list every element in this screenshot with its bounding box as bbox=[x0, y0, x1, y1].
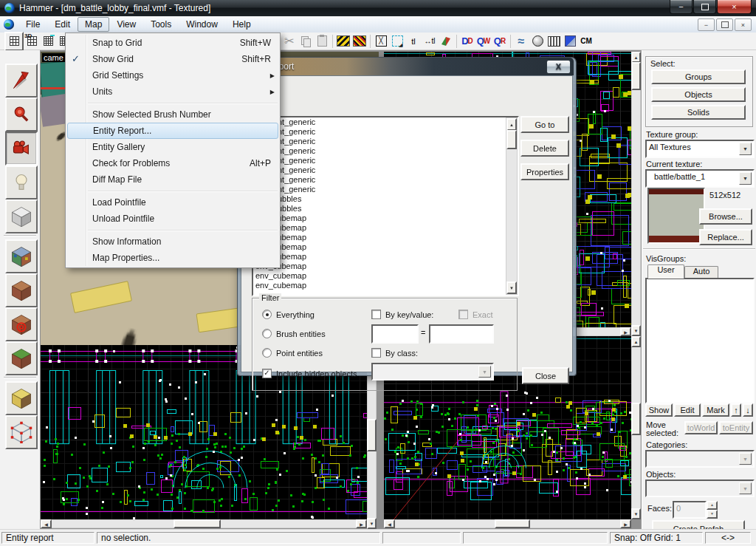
toggle-qr-icon[interactable]: QR bbox=[492, 33, 508, 50]
sphere-icon[interactable] bbox=[529, 33, 546, 50]
visgroups-list[interactable] bbox=[645, 278, 755, 403]
class-combo[interactable]: ▼ bbox=[371, 363, 494, 381]
checkbox-include-hidden[interactable]: ✓Include hidden objects bbox=[262, 369, 357, 378]
show-hidden-icon[interactable] bbox=[351, 33, 368, 50]
radio-point-entities[interactable]: Point entities bbox=[262, 348, 323, 358]
camera-tool-button[interactable] bbox=[5, 132, 38, 165]
stepper-down-icon[interactable]: ▼ bbox=[707, 510, 718, 519]
scroll-thumb[interactable] bbox=[173, 519, 221, 528]
entity-list-item[interactable]: env_bubbles bbox=[253, 194, 518, 204]
scroll-down-arrow[interactable]: ▼ bbox=[631, 508, 641, 519]
checkbox-by-class[interactable]: ✓By class: bbox=[371, 348, 418, 358]
move-up-button[interactable]: ↑ bbox=[731, 403, 741, 417]
entity-list-item[interactable]: env_cubemap bbox=[253, 233, 518, 242]
menu-item-unload-pointfile[interactable]: Unload Pointfile bbox=[66, 211, 280, 227]
visgroup-edit-button[interactable]: Edit bbox=[674, 403, 701, 417]
stepper-up-icon[interactable]: ▲ bbox=[707, 501, 718, 510]
checkbox-by-keyvalue[interactable]: ✓By key/value: bbox=[371, 310, 433, 319]
hide-selected-icon[interactable] bbox=[335, 33, 351, 50]
tab-auto[interactable]: Auto bbox=[684, 266, 718, 279]
browse-button[interactable]: Browse... bbox=[699, 208, 752, 225]
texture-scale-lock-icon[interactable]: ↔tl bbox=[422, 33, 438, 50]
apply-decals-tool-button[interactable] bbox=[5, 307, 38, 341]
entity-list-item[interactable]: env_cubemap bbox=[253, 281, 518, 290]
scroll-left-arrow[interactable]: ◀ bbox=[41, 519, 52, 528]
menu-item-entity-report[interactable]: Entity Report... bbox=[67, 123, 278, 139]
faces-stepper[interactable]: ▲ ▼ bbox=[707, 501, 718, 516]
texture-group-combo[interactable]: All Textures ▼ bbox=[645, 140, 755, 158]
close-dialog-button[interactable]: Close bbox=[522, 367, 569, 384]
toggle-3d-grid-icon[interactable]: 3D bbox=[24, 33, 40, 50]
entity-list-item[interactable]: env_cubemap bbox=[253, 271, 518, 281]
entity-list-item[interactable]: ambient_generic bbox=[253, 165, 518, 175]
entity-list-item[interactable]: ambient_generic bbox=[253, 156, 518, 165]
menu-item-show-information[interactable]: Show Information bbox=[66, 233, 280, 250]
block-tool-button[interactable] bbox=[5, 199, 38, 233]
apply-texture-tool-button[interactable] bbox=[5, 273, 38, 307]
entity-list-item[interactable]: ambient_generic bbox=[253, 137, 518, 146]
entity-list-item[interactable]: ambient_generic bbox=[253, 146, 518, 156]
categories-combo[interactable]: ▼ bbox=[645, 450, 755, 468]
radio-everything[interactable]: Everything bbox=[262, 310, 315, 319]
toentity-button[interactable]: toEntity bbox=[719, 421, 753, 434]
replace-button[interactable]: Replace... bbox=[699, 229, 752, 245]
visgroup-mark-button[interactable]: Mark bbox=[702, 403, 729, 417]
minimize-button[interactable]: − bbox=[670, 0, 693, 14]
sculpt-icon[interactable]: ≈ bbox=[513, 33, 529, 50]
toggle-dd-icon[interactable]: DD bbox=[459, 33, 475, 50]
entity-list[interactable]: ambient_generic ambient_generic ambient_… bbox=[252, 116, 519, 296]
auto-select-icon[interactable] bbox=[389, 33, 405, 50]
close-button[interactable]: × bbox=[717, 0, 752, 14]
scrollbar-vertical-top-right[interactable]: ▲ ▼ bbox=[631, 52, 641, 336]
entity-list-scrollbar[interactable]: ▲ ▼ bbox=[506, 117, 518, 295]
select-box-icon[interactable]: ╳ bbox=[373, 33, 389, 50]
delete-button[interactable]: Delete bbox=[520, 140, 569, 157]
menu-item-diff-map-file[interactable]: Diff Map File bbox=[66, 171, 280, 188]
blend-icon[interactable] bbox=[562, 33, 578, 50]
scrollbar-horizontal-bottom-left[interactable]: ◀ ▶ bbox=[41, 519, 367, 528]
toggle-qw-icon[interactable]: QW bbox=[475, 33, 492, 50]
entity-list-item[interactable]: env_cubemap bbox=[253, 252, 518, 262]
visgroup-show-button[interactable]: Show bbox=[645, 403, 673, 417]
scroll-down-arrow[interactable]: ▼ bbox=[631, 325, 641, 336]
cm-icon[interactable]: CM bbox=[578, 33, 594, 50]
combo-arrow-icon[interactable]: ▼ bbox=[739, 172, 752, 185]
checkbox-exact[interactable]: ✓Exact bbox=[458, 310, 493, 319]
texture-application-tool-button[interactable] bbox=[5, 239, 38, 273]
menu-item-load-pointfile[interactable]: Load Pointfile bbox=[66, 194, 280, 211]
cut-icon[interactable]: ✂ bbox=[281, 33, 298, 50]
scroll-thumb[interactable] bbox=[506, 130, 517, 149]
tab-user[interactable]: User bbox=[647, 265, 684, 279]
vertex-tool-button[interactable] bbox=[5, 415, 38, 449]
selection-tool-button[interactable] bbox=[5, 64, 38, 98]
menu-item-check-for-problems[interactable]: Check for ProblemsAlt+P bbox=[66, 155, 280, 171]
radio-brush-entities[interactable]: Brush entities bbox=[262, 329, 326, 338]
scroll-thumb[interactable] bbox=[495, 519, 530, 528]
combo-arrow-icon[interactable]: ▼ bbox=[739, 143, 752, 155]
paste-icon[interactable] bbox=[314, 33, 330, 50]
entity-list-item[interactable]: ambient_generic bbox=[253, 127, 518, 137]
copy-icon[interactable] bbox=[298, 33, 314, 50]
properties-button[interactable]: Properties bbox=[520, 163, 569, 180]
menu-view[interactable]: View bbox=[109, 17, 143, 32]
scroll-up-arrow[interactable]: ▲ bbox=[506, 118, 517, 131]
menu-tools[interactable]: Tools bbox=[143, 17, 179, 32]
entity-list-item[interactable]: ambient_generic bbox=[253, 117, 518, 127]
restore-button[interactable] bbox=[693, 0, 716, 14]
current-texture-combo[interactable]: battle/battle_1 ▼ bbox=[645, 169, 755, 188]
menu-item-entity-gallery[interactable]: Entity Gallery bbox=[66, 139, 280, 155]
menu-window[interactable]: Window bbox=[179, 17, 225, 32]
scroll-thumb[interactable] bbox=[631, 403, 641, 435]
dialog-title-bar[interactable]: Entity Report X bbox=[240, 58, 574, 75]
scroll-right-arrow[interactable]: ▶ bbox=[620, 519, 631, 528]
magnify-tool-button[interactable] bbox=[5, 98, 38, 132]
smaller-grid-icon[interactable] bbox=[40, 33, 56, 50]
toworld-button[interactable]: toWorld bbox=[684, 421, 718, 434]
entity-list-item[interactable]: env_cubemap bbox=[253, 223, 518, 233]
scroll-right-arrow[interactable]: ▶ bbox=[620, 327, 631, 336]
scroll-down-arrow[interactable]: ▼ bbox=[506, 281, 517, 294]
entity-list-item[interactable]: env_cubemap bbox=[253, 214, 518, 223]
goto-button[interactable]: Go to bbox=[520, 116, 569, 133]
entity-list-item[interactable]: env_bubbles bbox=[253, 204, 518, 214]
select-objects-button[interactable]: Objects bbox=[651, 87, 746, 102]
